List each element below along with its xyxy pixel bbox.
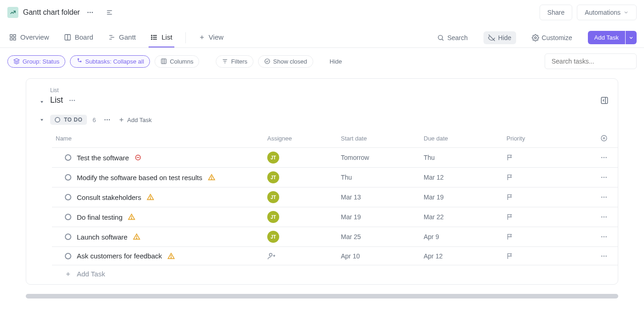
warning-icon [133, 233, 140, 240]
status-add-task[interactable]: Add Task [118, 117, 152, 123]
due-date-cell[interactable]: Apr 12 [420, 249, 503, 263]
row-more-icon[interactable] [590, 190, 618, 205]
assignee-avatar[interactable]: JT [267, 152, 279, 164]
hide-button[interactable]: Hide [483, 31, 516, 44]
col-name[interactable]: Name [52, 133, 264, 144]
task-status-dot[interactable] [65, 174, 71, 181]
automations-button[interactable]: Automations [577, 5, 637, 20]
priority-cell[interactable] [503, 150, 590, 165]
col-due[interactable]: Due date [420, 133, 503, 144]
svg-point-45 [106, 119, 107, 120]
row-more-icon[interactable] [590, 170, 618, 185]
task-name-cell[interactable]: Launch software [52, 229, 264, 245]
horizontal-scrollbar[interactable] [26, 294, 618, 298]
panel-more-icon[interactable] [69, 97, 76, 104]
tab-board[interactable]: Board [62, 28, 95, 47]
start-date-cell[interactable]: Apr 10 [337, 249, 420, 263]
start-date-cell[interactable]: Mar 19 [337, 210, 420, 224]
row-more-icon[interactable] [590, 210, 618, 224]
priority-cell[interactable] [503, 229, 590, 244]
add-task-dropdown[interactable] [626, 31, 637, 44]
add-task-row[interactable]: Add Task [52, 265, 618, 280]
search-button[interactable]: Search [432, 31, 472, 44]
status-pill[interactable]: TO DO [50, 115, 87, 125]
status-collapse-caret[interactable] [39, 117, 45, 123]
group-chip[interactable]: Group: Status [7, 55, 65, 68]
table-row[interactable]: Modify the software based on test result… [52, 168, 618, 187]
panel-collapse-caret[interactable] [39, 99, 45, 105]
table-row[interactable]: Launch softwareJTMar 25Apr 9 [52, 227, 618, 247]
add-column-button[interactable] [590, 133, 618, 144]
assignee-avatar[interactable]: JT [267, 231, 279, 243]
assignee-cell[interactable]: JT [264, 207, 337, 227]
status-more-icon[interactable] [102, 114, 113, 125]
search-tasks-input[interactable] [545, 53, 637, 69]
folder-more-icon[interactable] [85, 7, 96, 18]
assignee-cell[interactable]: JT [264, 168, 337, 187]
task-status-dot[interactable] [65, 234, 71, 240]
due-date-cell[interactable]: Mar 12 [420, 170, 503, 185]
assignee-avatar[interactable]: JT [267, 171, 279, 183]
assignee-cell[interactable]: JT [264, 227, 337, 246]
task-status-dot[interactable] [65, 194, 71, 200]
tab-gantt[interactable]: Gantt [106, 28, 138, 47]
table-row[interactable]: Consult stakeholdersJTMar 13Mar 19 [52, 187, 618, 207]
table-row[interactable]: Do final testingJTMar 19Mar 22 [52, 207, 618, 227]
tab-overview[interactable]: Overview [7, 28, 51, 47]
table-row[interactable]: Ask customers for feedbackApr 10Apr 12 [52, 247, 618, 265]
collapse-panel-icon[interactable] [600, 96, 609, 105]
table-row[interactable]: Test the softwareJTTomorrowThu [52, 148, 618, 168]
hide-filters-link[interactable]: Hide [325, 56, 347, 67]
show-closed-chip[interactable]: Show closed [258, 55, 313, 68]
chevron-down-icon [623, 10, 629, 15]
start-date-cell[interactable]: Mar 13 [337, 190, 420, 205]
filters-chip[interactable]: Filters [216, 55, 253, 68]
add-view-button[interactable]: View [197, 28, 225, 47]
task-name-cell[interactable]: Ask customers for feedback [52, 248, 264, 263]
due-date-cell[interactable]: Mar 22 [420, 210, 503, 224]
task-status-dot[interactable] [65, 214, 71, 220]
start-date-cell[interactable]: Mar 25 [337, 229, 420, 244]
due-date-cell[interactable]: Apr 9 [420, 229, 503, 244]
priority-cell[interactable] [503, 190, 590, 205]
assignee-avatar[interactable]: JT [267, 211, 279, 223]
col-start[interactable]: Start date [337, 133, 420, 144]
assignee-cell[interactable]: JT [264, 148, 337, 167]
share-button[interactable]: Share [540, 5, 572, 20]
columns-chip[interactable]: Columns [155, 55, 199, 68]
task-name-cell[interactable]: Modify the software based on test result… [52, 170, 264, 185]
task-status-dot[interactable] [65, 253, 71, 259]
due-date-cell[interactable]: Thu [420, 150, 503, 165]
add-assignee-icon[interactable] [267, 252, 276, 260]
assignee-avatar[interactable]: JT [267, 191, 279, 203]
priority-cell[interactable] [503, 249, 590, 263]
add-task-button[interactable]: Add Task [588, 31, 625, 44]
start-date-cell[interactable]: Thu [337, 170, 420, 185]
task-name-cell[interactable]: Consult stakeholders [52, 190, 264, 205]
subtasks-chip[interactable]: Subtasks: Collapse all [70, 55, 150, 68]
blocked-icon [134, 154, 142, 161]
priority-cell[interactable] [503, 170, 590, 185]
tab-list[interactable]: List [149, 28, 174, 47]
task-status-dot[interactable] [65, 154, 71, 161]
assignee-cell[interactable]: JT [264, 187, 337, 207]
svg-line-24 [442, 39, 443, 40]
col-assignee[interactable]: Assignee [264, 133, 337, 144]
priority-cell[interactable] [503, 210, 590, 224]
collapse-sidebar-icon[interactable] [104, 7, 115, 18]
folder-title[interactable]: Gantt chart folder [23, 8, 80, 17]
row-more-icon[interactable] [590, 150, 618, 165]
row-more-icon[interactable] [590, 249, 618, 263]
task-name-cell[interactable]: Test the software [52, 150, 264, 165]
start-date-cell[interactable]: Tomorrow [337, 150, 420, 165]
col-priority[interactable]: Priority [503, 133, 590, 144]
svg-point-79 [270, 253, 272, 256]
row-more-icon[interactable] [590, 229, 618, 244]
svg-point-83 [604, 255, 604, 256]
customize-button[interactable]: Customize [527, 31, 577, 44]
assignee-cell[interactable] [264, 248, 337, 264]
panel-title[interactable]: List [50, 95, 63, 105]
svg-point-59 [601, 177, 602, 178]
task-name-cell[interactable]: Do final testing [52, 210, 264, 225]
due-date-cell[interactable]: Mar 19 [420, 190, 503, 205]
